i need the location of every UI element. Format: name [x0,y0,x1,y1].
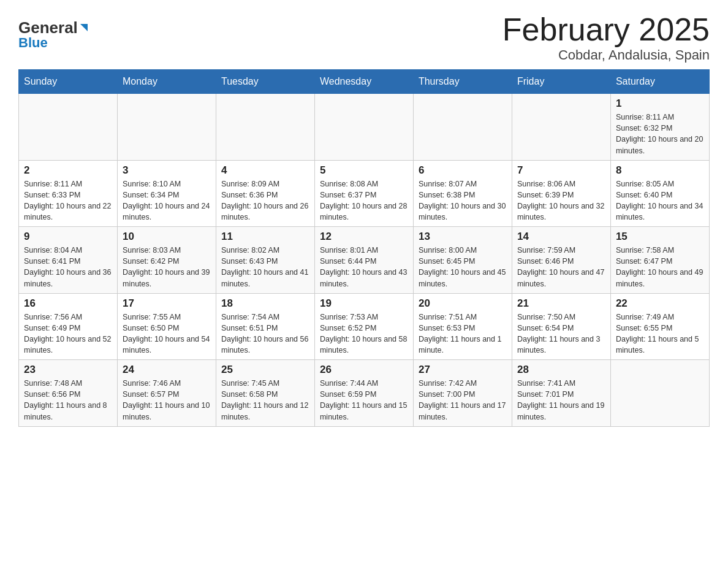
day-of-week-header: Wednesday [314,70,413,94]
day-info: Sunrise: 8:02 AM Sunset: 6:43 PM Dayligh… [221,245,309,289]
day-number: 24 [123,364,211,376]
day-info: Sunrise: 8:05 AM Sunset: 6:40 PM Dayligh… [616,178,704,223]
calendar-cell: 5Sunrise: 8:08 AM Sunset: 6:37 PM Daylig… [314,160,413,227]
day-number: 4 [221,164,309,177]
day-of-week-header: Monday [117,70,216,94]
calendar-cell: 12Sunrise: 8:01 AM Sunset: 6:44 PM Dayli… [314,227,413,294]
day-info: Sunrise: 8:00 AM Sunset: 6:45 PM Dayligh… [419,245,507,289]
calendar-cell: 19Sunrise: 7:53 AM Sunset: 6:52 PM Dayli… [314,293,413,360]
day-info: Sunrise: 8:11 AM Sunset: 6:33 PM Dayligh… [24,178,112,223]
day-info: Sunrise: 7:48 AM Sunset: 6:56 PM Dayligh… [24,378,112,423]
day-number: 14 [517,231,605,243]
day-number: 12 [320,231,408,243]
day-info: Sunrise: 8:08 AM Sunset: 6:37 PM Dayligh… [320,178,408,223]
calendar-cell [19,94,118,161]
day-of-week-header: Saturday [610,70,709,94]
calendar-cell [216,94,314,161]
calendar-cell: 6Sunrise: 8:07 AM Sunset: 6:38 PM Daylig… [413,160,512,227]
day-number: 15 [616,231,704,243]
calendar-cell: 7Sunrise: 8:06 AM Sunset: 6:39 PM Daylig… [512,160,610,227]
day-number: 22 [616,297,704,310]
day-info: Sunrise: 7:50 AM Sunset: 6:54 PM Dayligh… [517,312,605,356]
day-number: 5 [320,164,408,177]
day-number: 2 [24,164,112,177]
day-number: 20 [419,297,507,310]
day-number: 3 [123,164,211,177]
day-of-week-header: Thursday [413,70,512,94]
day-info: Sunrise: 8:10 AM Sunset: 6:34 PM Dayligh… [123,178,211,223]
day-info: Sunrise: 7:46 AM Sunset: 6:57 PM Dayligh… [123,378,211,423]
day-number: 9 [24,231,112,243]
day-info: Sunrise: 7:55 AM Sunset: 6:50 PM Dayligh… [123,312,211,356]
day-number: 27 [419,364,507,376]
day-info: Sunrise: 7:42 AM Sunset: 7:00 PM Dayligh… [419,378,507,423]
calendar-header-row: SundayMondayTuesdayWednesdayThursdayFrid… [19,70,710,94]
day-number: 26 [320,364,408,376]
calendar-cell: 13Sunrise: 8:00 AM Sunset: 6:45 PM Dayli… [413,227,512,294]
day-number: 17 [123,297,211,310]
page-title: February 2025 [502,12,710,47]
title-area: February 2025 Cobdar, Andalusia, Spain [502,12,710,63]
calendar-cell [117,94,216,161]
calendar-week-row: 2Sunrise: 8:11 AM Sunset: 6:33 PM Daylig… [19,160,710,227]
calendar-week-row: 1Sunrise: 8:11 AM Sunset: 6:32 PM Daylig… [19,94,710,161]
day-number: 6 [419,164,507,177]
day-number: 8 [616,164,704,177]
day-number: 13 [419,231,507,243]
day-number: 18 [221,297,309,310]
day-number: 28 [517,364,605,376]
day-info: Sunrise: 7:59 AM Sunset: 6:46 PM Dayligh… [517,245,605,289]
calendar-cell [610,360,709,427]
calendar-cell: 1Sunrise: 8:11 AM Sunset: 6:32 PM Daylig… [610,94,709,161]
calendar-cell: 10Sunrise: 8:03 AM Sunset: 6:42 PM Dayli… [117,227,216,294]
day-info: Sunrise: 7:41 AM Sunset: 7:01 PM Dayligh… [517,378,605,423]
day-number: 25 [221,364,309,376]
day-number: 21 [517,297,605,310]
calendar-cell: 2Sunrise: 8:11 AM Sunset: 6:33 PM Daylig… [19,160,118,227]
day-info: Sunrise: 8:07 AM Sunset: 6:38 PM Dayligh… [419,178,507,223]
calendar-cell: 15Sunrise: 7:58 AM Sunset: 6:47 PM Dayli… [610,227,709,294]
day-info: Sunrise: 8:01 AM Sunset: 6:44 PM Dayligh… [320,245,408,289]
calendar-cell: 26Sunrise: 7:44 AM Sunset: 6:59 PM Dayli… [314,360,413,427]
calendar-cell: 4Sunrise: 8:09 AM Sunset: 6:36 PM Daylig… [216,160,314,227]
calendar-cell: 9Sunrise: 8:04 AM Sunset: 6:41 PM Daylig… [19,227,118,294]
calendar-week-row: 16Sunrise: 7:56 AM Sunset: 6:49 PM Dayli… [19,293,710,360]
day-info: Sunrise: 8:09 AM Sunset: 6:36 PM Dayligh… [221,178,309,223]
day-info: Sunrise: 7:51 AM Sunset: 6:53 PM Dayligh… [419,312,507,356]
calendar-cell [413,94,512,161]
day-info: Sunrise: 8:11 AM Sunset: 6:32 PM Dayligh… [616,112,704,156]
logo-arrow-icon [78,23,89,36]
day-info: Sunrise: 7:53 AM Sunset: 6:52 PM Dayligh… [320,312,408,356]
svg-marker-0 [80,24,88,31]
calendar-table: SundayMondayTuesdayWednesdayThursdayFrid… [18,69,710,427]
day-number: 7 [517,164,605,177]
calendar-cell: 24Sunrise: 7:46 AM Sunset: 6:57 PM Dayli… [117,360,216,427]
calendar-cell: 27Sunrise: 7:42 AM Sunset: 7:00 PM Dayli… [413,360,512,427]
day-number: 19 [320,297,408,310]
day-number: 16 [24,297,112,310]
calendar-cell: 25Sunrise: 7:45 AM Sunset: 6:58 PM Dayli… [216,360,314,427]
page-subtitle: Cobdar, Andalusia, Spain [502,47,710,63]
logo: General Blue [18,18,89,51]
day-info: Sunrise: 7:45 AM Sunset: 6:58 PM Dayligh… [221,378,309,423]
calendar-cell: 14Sunrise: 7:59 AM Sunset: 6:46 PM Dayli… [512,227,610,294]
day-info: Sunrise: 7:49 AM Sunset: 6:55 PM Dayligh… [616,312,704,356]
calendar-week-row: 9Sunrise: 8:04 AM Sunset: 6:41 PM Daylig… [19,227,710,294]
calendar-cell: 23Sunrise: 7:48 AM Sunset: 6:56 PM Dayli… [19,360,118,427]
logo-blue-text: Blue [18,35,89,51]
page-header: General Blue February 2025 Cobdar, Andal… [18,12,710,63]
day-number: 1 [616,98,704,110]
day-info: Sunrise: 7:56 AM Sunset: 6:49 PM Dayligh… [24,312,112,356]
calendar-cell: 22Sunrise: 7:49 AM Sunset: 6:55 PM Dayli… [610,293,709,360]
calendar-week-row: 23Sunrise: 7:48 AM Sunset: 6:56 PM Dayli… [19,360,710,427]
calendar-cell: 17Sunrise: 7:55 AM Sunset: 6:50 PM Dayli… [117,293,216,360]
day-of-week-header: Friday [512,70,610,94]
calendar-cell: 8Sunrise: 8:05 AM Sunset: 6:40 PM Daylig… [610,160,709,227]
day-number: 11 [221,231,309,243]
calendar-cell: 11Sunrise: 8:02 AM Sunset: 6:43 PM Dayli… [216,227,314,294]
day-of-week-header: Sunday [19,70,118,94]
day-number: 10 [123,231,211,243]
day-number: 23 [24,364,112,376]
day-info: Sunrise: 8:06 AM Sunset: 6:39 PM Dayligh… [517,178,605,223]
calendar-cell: 16Sunrise: 7:56 AM Sunset: 6:49 PM Dayli… [19,293,118,360]
